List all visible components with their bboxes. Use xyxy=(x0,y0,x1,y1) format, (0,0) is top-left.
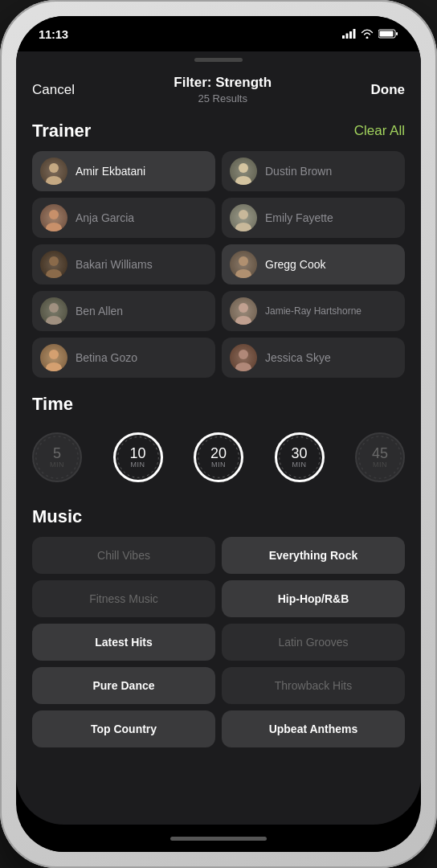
svg-point-16 xyxy=(46,269,62,278)
trainer-name-js: Jessica Skye xyxy=(265,351,397,364)
header-title: Filter: Strength xyxy=(174,75,272,91)
signal-icon xyxy=(342,29,356,39)
cancel-button[interactable]: Cancel xyxy=(32,82,75,98)
trainer-name-ag: Anja Garcia xyxy=(76,211,207,224)
svg-point-29 xyxy=(198,437,239,478)
dial-circle-45[interactable]: 45 MIN xyxy=(355,432,405,482)
music-section: Music Chill Vibes Everything Rock Fitnes… xyxy=(16,490,421,772)
svg-point-8 xyxy=(46,176,62,185)
music-item-lg[interactable]: Latin Grooves xyxy=(222,624,405,661)
trainer-name-ae: Amir Ekbatani xyxy=(76,165,207,178)
dial-circle-10[interactable]: 10 MIN xyxy=(113,432,163,482)
status-bar: 11:13 xyxy=(16,16,421,51)
dial-10[interactable]: 10 MIN xyxy=(113,432,163,482)
music-section-title: Music xyxy=(32,506,82,527)
svg-point-22 xyxy=(235,316,251,325)
trainer-avatar-ba xyxy=(40,297,67,325)
dial-20[interactable]: 20 MIN xyxy=(194,432,243,482)
music-item-lh[interactable]: Latest Hits xyxy=(32,624,215,661)
trainer-item-ag[interactable]: Anja Garcia xyxy=(32,198,215,238)
dial-45[interactable]: 45 MIN xyxy=(355,432,405,482)
trainer-item-bg[interactable]: Betina Gozo xyxy=(32,338,215,378)
trainer-name-ba: Ben Allen xyxy=(76,305,207,317)
trainer-item-ef[interactable]: Emily Fayette xyxy=(222,198,405,238)
trainer-item-db[interactable]: Dustin Brown xyxy=(222,151,405,191)
svg-point-24 xyxy=(46,362,62,371)
svg-point-21 xyxy=(239,303,248,313)
music-item-pd[interactable]: Pure Dance xyxy=(32,667,215,704)
music-grid: Chill Vibes Everything Rock Fitness Musi… xyxy=(32,537,405,747)
music-item-hr[interactable]: Hip-Hop/R&B xyxy=(222,580,405,617)
svg-point-30 xyxy=(279,437,320,478)
phone-screen: 11:13 xyxy=(16,16,421,852)
trainer-item-jrh[interactable]: Jamie-Ray Hartshorne xyxy=(222,291,405,331)
status-icons xyxy=(342,29,398,39)
home-bar xyxy=(170,837,267,841)
trainer-item-ba[interactable]: Ben Allen xyxy=(32,291,215,331)
svg-point-27 xyxy=(36,436,78,478)
music-name-cv: Chill Vibes xyxy=(97,549,150,562)
status-time: 11:13 xyxy=(39,27,68,41)
svg-rect-6 xyxy=(380,31,394,37)
svg-rect-1 xyxy=(346,34,349,39)
music-item-er[interactable]: Everything Rock xyxy=(222,537,405,574)
music-name-lg: Latin Grooves xyxy=(278,636,348,649)
svg-point-13 xyxy=(239,210,248,219)
trainer-avatar-ae xyxy=(40,158,67,185)
svg-point-11 xyxy=(49,210,59,219)
trainer-name-gc: Gregg Cook xyxy=(265,258,397,271)
music-item-fm[interactable]: Fitness Music xyxy=(32,580,215,617)
music-name-er: Everything Rock xyxy=(269,549,357,562)
trainer-avatar-jrh xyxy=(230,297,257,325)
svg-point-14 xyxy=(235,223,251,231)
screen-content[interactable]: Cancel Filter: Strength 25 Results Done … xyxy=(16,51,421,825)
trainer-item-bw[interactable]: Bakari Williams xyxy=(32,244,215,285)
dial-circle-20[interactable]: 20 MIN xyxy=(194,432,243,482)
svg-point-28 xyxy=(117,437,158,478)
svg-rect-3 xyxy=(353,29,356,39)
trainer-avatar-js xyxy=(230,344,257,371)
time-section-header: Time xyxy=(32,394,405,415)
trainer-avatar-bg xyxy=(40,344,67,371)
clear-all-button[interactable]: Clear All xyxy=(354,123,405,139)
svg-point-17 xyxy=(239,256,248,266)
music-name-pd: Pure Dance xyxy=(92,679,154,692)
trainer-avatar-gc xyxy=(230,251,257,278)
time-section-title: Time xyxy=(32,394,73,415)
svg-rect-0 xyxy=(342,35,345,39)
trainer-item-js[interactable]: Jessica Skye xyxy=(222,338,405,378)
svg-point-25 xyxy=(239,350,248,359)
music-item-ua[interactable]: Upbeat Anthems xyxy=(222,710,405,747)
svg-point-26 xyxy=(235,362,251,371)
trainer-avatar-db xyxy=(230,158,257,185)
notch xyxy=(162,16,275,40)
svg-point-7 xyxy=(49,163,59,173)
header-center: Filter: Strength 25 Results xyxy=(174,75,272,104)
trainer-section: Trainer Clear All Amir Ekbatani xyxy=(16,108,421,378)
trainer-name-db: Dustin Brown xyxy=(265,165,397,178)
trainer-name-ef: Emily Fayette xyxy=(265,211,397,224)
dial-circle-30[interactable]: 30 MIN xyxy=(275,432,325,482)
phone-frame: 11:13 xyxy=(0,0,437,868)
header: Cancel Filter: Strength 25 Results Done xyxy=(16,62,421,108)
dial-30[interactable]: 30 MIN xyxy=(275,432,325,482)
svg-point-23 xyxy=(49,350,59,359)
dial-circle-5[interactable]: 5 MIN xyxy=(32,432,82,482)
svg-point-15 xyxy=(49,256,59,266)
svg-point-31 xyxy=(359,436,401,478)
svg-point-12 xyxy=(46,223,62,231)
music-name-hr: Hip-Hop/R&B xyxy=(278,592,349,605)
battery-icon xyxy=(378,29,398,39)
trainer-name-bw: Bakari Williams xyxy=(76,258,207,271)
music-item-th[interactable]: Throwback Hits xyxy=(222,667,405,704)
trainer-item-ae[interactable]: Amir Ekbatani xyxy=(32,151,215,191)
trainer-item-gc[interactable]: Gregg Cook xyxy=(222,244,405,285)
done-button[interactable]: Done xyxy=(370,82,405,98)
dial-5[interactable]: 5 MIN xyxy=(32,432,82,482)
time-dials: 5 MIN 10 MIN xyxy=(32,424,405,490)
trainer-name-bg: Betina Gozo xyxy=(76,351,207,364)
music-name-th: Throwback Hits xyxy=(275,679,352,692)
music-item-tc[interactable]: Top Country xyxy=(32,710,215,747)
music-item-cv[interactable]: Chill Vibes xyxy=(32,537,215,574)
svg-rect-5 xyxy=(396,32,398,35)
